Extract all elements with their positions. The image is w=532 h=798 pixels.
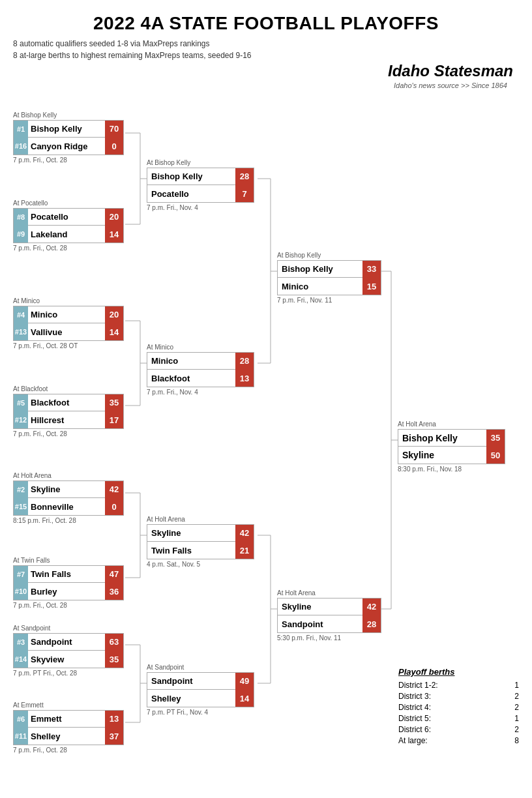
berth-label: District 1-2: — [398, 681, 438, 690]
matchup-bracket: Minico 28 Blackfoot 13 — [147, 352, 254, 387]
seed: #16 — [14, 138, 28, 155]
round1-match8: At Emmett #6 Emmett 13 #11 Shelley 37 7 … — [13, 702, 124, 754]
seed: #10 — [14, 583, 28, 600]
seed: #6 — [14, 711, 28, 728]
round2-match3: At Holt Arena Skyline 42 Twin Falls 21 4… — [147, 516, 254, 568]
team-name: Skyline — [398, 450, 486, 460]
team-name: Bonneville — [28, 502, 105, 512]
team-name: Emmett — [28, 714, 105, 724]
round1-match1: At Bishop Kelly #1 Bishop Kelly 70 #16 C… — [13, 111, 124, 164]
seed: #1 — [14, 121, 28, 138]
team-name: Vallivue — [28, 327, 105, 337]
team-name: Hillcrest — [28, 415, 105, 425]
seed: #9 — [14, 226, 28, 243]
team-name: Burley — [28, 587, 105, 597]
game-time: 7 p.m. PT Fri., Oct. 28 — [13, 670, 124, 677]
venue-label: At Sandpoint — [147, 664, 254, 671]
score: 20 — [105, 306, 123, 323]
seed: #8 — [14, 209, 28, 226]
venue-label: At Holt Arena — [277, 589, 381, 597]
berth-value: 2 — [514, 725, 519, 734]
score: 33 — [362, 261, 381, 278]
score: 42 — [105, 481, 123, 498]
team-name: Skyline — [278, 602, 362, 612]
matchup-bracket: #8 Pocatello 20 #9 Lakeland 14 — [13, 208, 124, 243]
berth-label: District 3: — [398, 692, 431, 701]
score: 14 — [235, 690, 254, 707]
game-time: 7 p.m. Fri., Oct. 28 — [13, 430, 124, 437]
berth-value: 1 — [514, 714, 519, 723]
team-name: Twin Falls — [28, 569, 105, 579]
seed: #14 — [14, 651, 28, 668]
score: 70 — [105, 121, 123, 138]
game-time: 7 p.m. Fri., Oct. 28 OT — [13, 342, 124, 349]
round1-match7: At Sandpoint #3 Sandpoint 63 #14 Skyview… — [13, 625, 124, 677]
matchup-bracket: #1 Bishop Kelly 70 #16 Canyon Ridge 0 — [13, 120, 124, 155]
team-name: Minico — [28, 310, 105, 319]
score: 14 — [105, 226, 123, 243]
score: 42 — [362, 598, 381, 615]
venue-label: At Bishop Kelly — [147, 159, 254, 166]
team-name: Bishop Kelly — [28, 124, 105, 134]
venue-label: At Holt Arena — [13, 472, 124, 479]
matchup-bracket: Skyline 42 Twin Falls 21 — [147, 524, 254, 559]
round1-match3: At Minico #4 Minico 20 #13 Vallivue 14 7… — [13, 297, 124, 349]
matchup-bracket: #7 Twin Falls 47 #10 Burley 36 — [13, 565, 124, 600]
seed: #11 — [14, 728, 28, 745]
score: 42 — [235, 525, 254, 542]
score: 28 — [235, 353, 254, 370]
game-time: 8:15 p.m. Fri., Oct. 28 — [13, 517, 124, 524]
venue-label: At Bishop Kelly — [13, 111, 124, 119]
game-time: 7 p.m. Fri., Nov. 11 — [277, 297, 381, 304]
score: 37 — [105, 728, 123, 745]
team-name: Twin Falls — [147, 546, 235, 555]
team-name: Pocatello — [28, 212, 105, 222]
matchup-bracket: Sandpoint 49 Shelley 14 — [147, 672, 254, 707]
berth-row-0: District 1-2: 1 — [398, 681, 519, 690]
score: 7 — [235, 185, 254, 202]
score: 15 — [362, 278, 381, 295]
playoff-berths: Playoff berths District 1-2: 1 District … — [398, 667, 519, 747]
logo-name: Idaho Statesman — [382, 63, 519, 80]
matchup-bracket: #4 Minico 20 #13 Vallivue 14 — [13, 306, 124, 341]
berth-value: 1 — [514, 681, 519, 690]
venue-label: At Twin Falls — [13, 557, 124, 564]
berth-value: 2 — [514, 692, 519, 701]
venue-label: At Pocatello — [13, 200, 124, 207]
seed: #2 — [14, 481, 28, 498]
team-name: Shelley — [147, 694, 235, 703]
score: 35 — [486, 430, 505, 447]
seed: #12 — [14, 411, 28, 428]
game-time: 7 p.m. Fri., Oct. 28 — [13, 602, 124, 609]
team-name: Sandpoint — [28, 637, 105, 647]
score: 36 — [105, 583, 123, 600]
seed: #5 — [14, 394, 28, 411]
game-time: 4 p.m. Sat., Nov. 5 — [147, 561, 254, 568]
game-time: 7 p.m. Fri., Nov. 4 — [147, 204, 254, 211]
round3-match1: At Bishop Kelly Bishop Kelly 33 Minico 1… — [277, 252, 381, 304]
round1-match5: At Holt Arena #2 Skyline 42 #15 Bonnevil… — [13, 472, 124, 524]
score: 28 — [362, 615, 381, 632]
matchup-bracket: #2 Skyline 42 #15 Bonneville 0 — [13, 480, 124, 516]
matchup-bracket: #3 Sandpoint 63 #14 Skyview 35 — [13, 633, 124, 668]
game-time: 7 p.m. Fri., Oct. 28 — [13, 244, 124, 252]
round1-match4: At Blackfoot #5 Blackfoot 35 #12 Hillcre… — [13, 385, 124, 437]
team-name: Blackfoot — [28, 398, 105, 407]
seed: #3 — [14, 634, 28, 651]
score: 28 — [235, 168, 254, 185]
matchup-bracket: #6 Emmett 13 #11 Shelley 37 — [13, 710, 124, 745]
team-name: Lakeland — [28, 229, 105, 239]
subtitle-2: 8 at-large berths to highest remaining M… — [13, 51, 519, 60]
score: 0 — [105, 498, 123, 515]
venue-label: At Holt Arena — [398, 421, 505, 428]
matchup-bracket: Bishop Kelly 35 Skyline 50 — [398, 429, 505, 464]
score: 13 — [105, 711, 123, 728]
seed: #7 — [14, 566, 28, 583]
matchup-bracket: #5 Blackfoot 35 #12 Hillcrest 17 — [13, 394, 124, 429]
berth-row-3: District 5: 1 — [398, 714, 519, 723]
venue-label: At Holt Arena — [147, 516, 254, 523]
score: 35 — [105, 651, 123, 668]
game-time: 8:30 p.m. Fri., Nov. 18 — [398, 466, 505, 473]
matchup-bracket: Skyline 42 Sandpoint 28 — [277, 598, 381, 633]
berth-row-1: District 3: 2 — [398, 692, 519, 701]
